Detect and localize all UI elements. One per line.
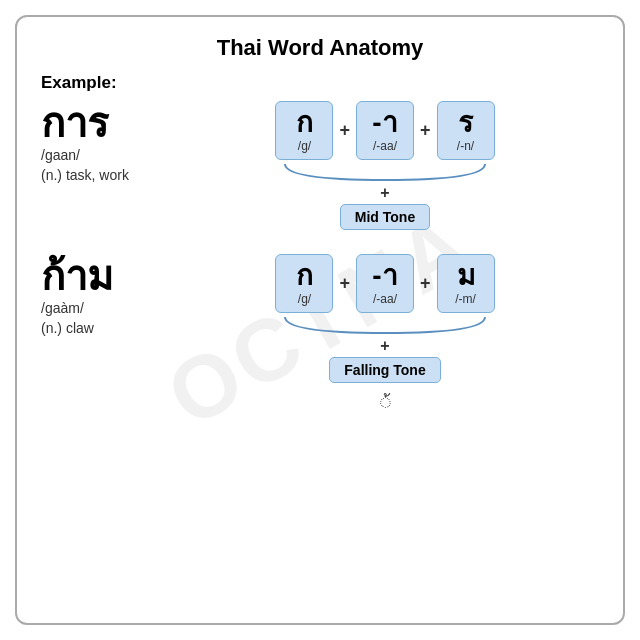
thai-word-block-1: การ /gaan/ (n.) task, work bbox=[41, 101, 171, 183]
phonetic-2-0: /g/ bbox=[298, 292, 311, 306]
main-container: OCTNA Thai Word Anatomy Example: การ /ga… bbox=[15, 15, 625, 625]
brace-svg-2 bbox=[171, 315, 599, 337]
phonetic-1-0: /g/ bbox=[298, 139, 311, 153]
word-row-2: ก้าม /gaàm/ (n.) claw ก /g/ + -า /-aa/ + bbox=[41, 254, 599, 416]
word-row-1: การ /gaan/ (n.) task, work ก /g/ + -า /-… bbox=[41, 101, 599, 230]
plus-2-1: + bbox=[420, 273, 431, 294]
thai-word-2: ก้าม bbox=[41, 254, 171, 298]
anatomy-block-2: ก /g/ + -า /-aa/ + ม /-m/ bbox=[171, 254, 599, 416]
description-2: (n.) claw bbox=[41, 320, 171, 336]
components-row-1: ก /g/ + -า /-aa/ + ร /-n/ bbox=[275, 101, 494, 160]
thai-word-block-2: ก้าม /gaàm/ (n.) claw bbox=[41, 254, 171, 336]
tone-extra-2: ◌้ bbox=[380, 387, 391, 416]
letter-box-1-2: ร /-n/ bbox=[437, 101, 495, 160]
description-1: (n.) task, work bbox=[41, 167, 171, 183]
components-row-2: ก /g/ + -า /-aa/ + ม /-m/ bbox=[275, 254, 494, 313]
phonetic-2-2: /-m/ bbox=[455, 292, 476, 306]
thai-word-1: การ bbox=[41, 101, 171, 145]
letter-2-2: ม bbox=[457, 261, 475, 292]
letter-1-0: ก bbox=[296, 108, 313, 139]
plus-1-1: + bbox=[420, 120, 431, 141]
phonetic-1-2: /-n/ bbox=[457, 139, 474, 153]
letter-box-2-1: -า /-aa/ bbox=[356, 254, 414, 313]
letter-1-1: -า bbox=[372, 108, 397, 139]
plus-below-1: + bbox=[380, 184, 389, 202]
letter-1-2: ร bbox=[458, 108, 473, 139]
phonetic-2-1: /-aa/ bbox=[373, 292, 397, 306]
brace-svg-1 bbox=[171, 162, 599, 184]
tone-box-2: Falling Tone bbox=[329, 357, 440, 383]
romanization-2: /gaàm/ bbox=[41, 300, 171, 316]
letter-box-1-1: -า /-aa/ bbox=[356, 101, 414, 160]
letter-box-2-0: ก /g/ bbox=[275, 254, 333, 313]
letter-box-2-2: ม /-m/ bbox=[437, 254, 495, 313]
anatomy-block-1: ก /g/ + -า /-aa/ + ร /-n/ bbox=[171, 101, 599, 230]
letter-2-1: -า bbox=[372, 261, 397, 292]
romanization-1: /gaan/ bbox=[41, 147, 171, 163]
plus-2-0: + bbox=[339, 273, 350, 294]
brace-tone-1: + Mid Tone bbox=[171, 162, 599, 230]
letter-2-0: ก bbox=[296, 261, 313, 292]
content-area: Thai Word Anatomy Example: การ /gaan/ (n… bbox=[41, 35, 599, 416]
letter-box-1-0: ก /g/ bbox=[275, 101, 333, 160]
plus-below-2: + bbox=[380, 337, 389, 355]
page-title: Thai Word Anatomy bbox=[41, 35, 599, 61]
example-label: Example: bbox=[41, 73, 599, 93]
brace-tone-2: + Falling Tone ◌้ bbox=[171, 315, 599, 416]
plus-1-0: + bbox=[339, 120, 350, 141]
section-gap bbox=[41, 240, 599, 254]
tone-box-1: Mid Tone bbox=[340, 204, 430, 230]
phonetic-1-1: /-aa/ bbox=[373, 139, 397, 153]
